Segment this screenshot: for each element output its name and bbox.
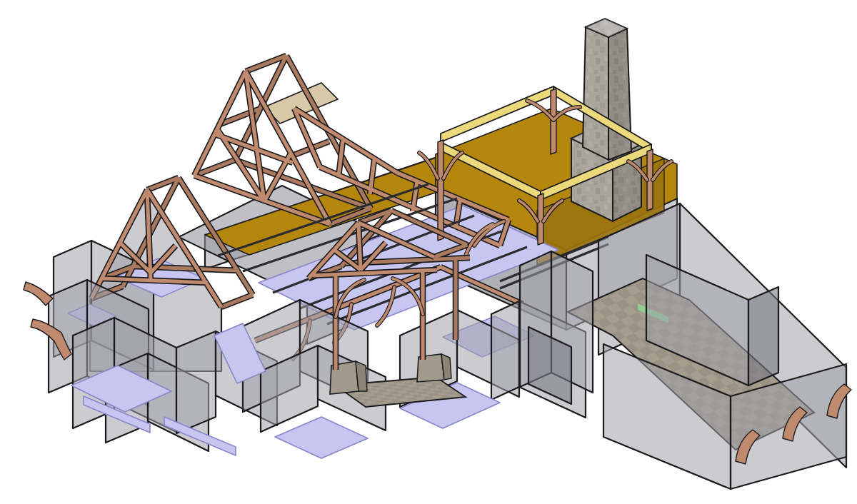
bay-wall: [176, 331, 216, 433]
timber-frame-model-render: [0, 0, 857, 504]
chimney-shaft-front: [583, 27, 608, 160]
cad-3d-viewport[interactable]: [0, 0, 857, 504]
ring-post-west: [438, 140, 443, 241]
connector-wall: [491, 301, 519, 400]
garage-partition-wall: [748, 287, 778, 385]
